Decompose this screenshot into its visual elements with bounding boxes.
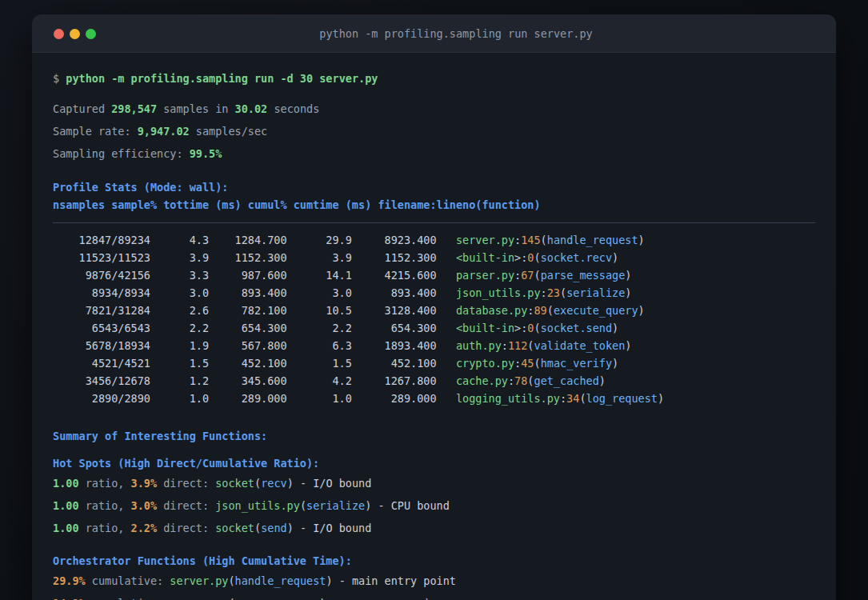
direct-label: direct: xyxy=(157,499,215,512)
minimize-button-icon[interactable] xyxy=(70,29,80,39)
maximize-button-icon[interactable] xyxy=(86,29,96,39)
table-row: 6543/6543 2.2 654.300 2.2 654.300 <built… xyxy=(53,319,815,337)
open-paren: ( xyxy=(547,304,554,317)
colon: : xyxy=(560,392,566,405)
function-name: serialize xyxy=(566,286,625,299)
open-paren: ( xyxy=(527,339,534,352)
close-button-icon[interactable] xyxy=(54,29,64,39)
colon: : xyxy=(514,234,521,246)
filename: cache.py xyxy=(456,374,508,387)
cumulative-label: cumulative: xyxy=(86,597,170,600)
filename: crypto.py xyxy=(456,357,514,370)
stat-text: samples in xyxy=(157,102,235,115)
module-name: json_utils.py xyxy=(215,499,300,512)
open-paren: ( xyxy=(534,357,540,370)
open-paren: ( xyxy=(560,286,566,299)
open-paren: ( xyxy=(254,477,261,490)
close-paren: ) xyxy=(625,339,631,352)
line-number: 0 xyxy=(527,251,534,264)
orchestrator-line: 29.9% cumulative: server.py(handle_reque… xyxy=(53,573,815,589)
row-metrics: 7821/31284 2.6 782.100 10.5 3128.400 xyxy=(53,304,456,317)
filename: <built-in xyxy=(456,251,514,264)
stat-value: 99.5% xyxy=(190,147,222,160)
profile-table: 12847/89234 4.3 1284.700 29.9 8923.400 s… xyxy=(53,231,815,407)
row-metrics: 12847/89234 4.3 1284.700 29.9 8923.400 xyxy=(53,234,456,246)
hot-spot-list: 1.00 ratio, 3.9% direct: socket(recv) - … xyxy=(53,475,815,536)
ratio-value: 1.00 xyxy=(53,522,79,534)
summary-heading: Summary of Interesting Functions: xyxy=(53,428,815,444)
filename-bracket: > xyxy=(514,322,521,334)
row-metrics: 6543/6543 2.2 654.300 2.2 654.300 xyxy=(53,322,456,334)
colon: : xyxy=(514,357,521,370)
close-paren: ) xyxy=(612,251,618,264)
stat-value: 9,947.02 xyxy=(138,125,190,138)
module-name: parser.py xyxy=(170,597,228,600)
stat-text: seconds xyxy=(267,102,319,115)
hot-spot-line: 1.00 ratio, 2.2% direct: socket(send) - … xyxy=(53,520,815,536)
line-number: 45 xyxy=(521,357,534,370)
module-name: server.py xyxy=(170,574,228,587)
note: - message parsing xyxy=(326,597,442,600)
cumulative-pct: 29.9% xyxy=(53,574,86,587)
filename: <built-in xyxy=(456,322,514,334)
function-name: send xyxy=(261,522,287,534)
open-paren: ( xyxy=(300,499,306,512)
module-name: socket xyxy=(215,477,254,490)
direct-label: direct: xyxy=(157,522,215,534)
terminal-window: python -m profiling.sampling run server.… xyxy=(32,14,836,600)
open-paren: ( xyxy=(228,597,234,600)
function-name: socket.send xyxy=(541,322,612,334)
direct-label: direct: xyxy=(157,477,215,490)
function-name: hmac_verify xyxy=(541,357,612,370)
close-paren: ) xyxy=(599,374,606,387)
ratio-value: 1.00 xyxy=(53,477,79,490)
row-metrics: 4521/4521 1.5 452.100 1.5 452.100 xyxy=(53,357,456,370)
colon: : xyxy=(514,269,521,282)
open-paren: ( xyxy=(534,251,541,264)
table-row: 11523/11523 3.9 1152.300 3.9 1152.300 <b… xyxy=(53,249,815,266)
stat-value: 30.02 xyxy=(235,102,268,115)
close-paren: ) xyxy=(625,286,631,299)
open-paren: ( xyxy=(534,269,540,282)
open-paren: ( xyxy=(534,322,541,334)
function-name: parse_message xyxy=(235,597,320,600)
command-line: $ python -m profiling.sampling run -d 30… xyxy=(53,70,815,86)
hot-spot-line: 1.00 ratio, 3.9% direct: socket(recv) - … xyxy=(53,475,815,491)
function-name: execute_query xyxy=(554,304,638,317)
note: - main entry point xyxy=(333,574,456,587)
line-number: 78 xyxy=(514,374,527,387)
line-number: 89 xyxy=(534,304,546,317)
stat-label: Sample rate: xyxy=(53,125,138,138)
close-paren: ) xyxy=(638,234,645,246)
table-row: 2890/2890 1.0 289.000 1.0 289.000 loggin… xyxy=(53,390,815,407)
direct-pct: 3.9% xyxy=(131,477,158,490)
orchestrators-heading: Orchestrator Functions (High Cumulative … xyxy=(53,553,815,569)
orchestrator-list: 29.9% cumulative: server.py(handle_reque… xyxy=(53,573,815,600)
stat-label: Sampling efficiency: xyxy=(53,147,190,160)
line-number: 112 xyxy=(508,339,527,352)
ratio-label: ratio, xyxy=(79,522,131,534)
row-metrics: 5678/18934 1.9 567.800 6.3 1893.400 xyxy=(53,339,456,352)
colon: : xyxy=(541,286,547,299)
capture-stat-line: Captured 298,547 samples in 30.02 second… xyxy=(53,101,815,117)
traffic-lights xyxy=(54,14,96,53)
line-number: 0 xyxy=(527,322,534,334)
filename: logging_utils.py xyxy=(456,392,560,405)
filename: parser.py xyxy=(456,269,514,282)
direct-pct: 2.2% xyxy=(131,522,158,534)
direct-pct: 3.0% xyxy=(131,499,158,512)
open-paren: ( xyxy=(254,522,261,534)
capture-stat-line: Sample rate: 9,947.02 samples/sec xyxy=(53,123,815,139)
filename-bracket: > xyxy=(514,251,521,264)
open-paren: ( xyxy=(579,392,586,405)
function-name: serialize xyxy=(306,499,365,512)
open-paren: ( xyxy=(527,374,534,387)
note: - I/O bound xyxy=(294,477,372,490)
line-number: 145 xyxy=(521,234,540,246)
colon: : xyxy=(508,374,514,387)
open-paren: ( xyxy=(228,574,234,587)
profile-stats-heading: Profile Stats (Mode: wall): xyxy=(53,179,815,195)
table-row: 7821/31284 2.6 782.100 10.5 3128.400 dat… xyxy=(53,302,815,319)
ratio-label: ratio, xyxy=(79,477,131,490)
note: - I/O bound xyxy=(294,522,372,534)
